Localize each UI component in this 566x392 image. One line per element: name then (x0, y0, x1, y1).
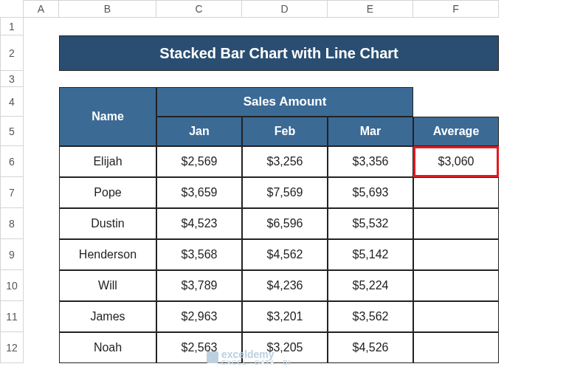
row-header-8[interactable]: 8 (0, 208, 24, 239)
cell-avg-5[interactable] (413, 301, 499, 332)
row-header-12[interactable]: 12 (0, 332, 24, 363)
cell-name-5[interactable]: James (59, 301, 156, 332)
cell-feb-2[interactable]: $6,596 (242, 208, 328, 239)
cell-B3[interactable] (59, 71, 156, 87)
title-banner[interactable]: Stacked Bar Chart with Line Chart (59, 35, 499, 71)
grid-corner[interactable] (0, 0, 24, 18)
cell-A2[interactable] (24, 35, 59, 71)
cell-C3[interactable] (156, 71, 242, 87)
cell-jan-4[interactable]: $3,789 (156, 270, 242, 301)
col-header-A[interactable]: A (24, 0, 59, 18)
row-header-2[interactable]: 2 (0, 35, 24, 71)
cell-A12[interactable] (24, 332, 59, 363)
cell-F4[interactable] (413, 87, 499, 117)
header-mar[interactable]: Mar (328, 117, 413, 146)
row-header-11[interactable]: 11 (0, 301, 24, 332)
header-sales-amount[interactable]: Sales Amount (156, 87, 413, 117)
cell-avg-1[interactable] (413, 177, 499, 208)
cell-feb-4[interactable]: $4,236 (242, 270, 328, 301)
cell-D3[interactable] (242, 71, 328, 87)
cell-name-6[interactable]: Noah (59, 332, 156, 363)
cell-jan-2[interactable]: $4,523 (156, 208, 242, 239)
cell-feb-1[interactable]: $7,569 (242, 177, 328, 208)
header-average[interactable]: Average (413, 117, 499, 146)
cell-jan-6[interactable]: $2,563 (156, 332, 242, 363)
cell-name-4[interactable]: Will (59, 270, 156, 301)
header-jan[interactable]: Jan (156, 117, 242, 146)
cell-mar-5[interactable]: $3,562 (328, 301, 413, 332)
cell-mar-2[interactable]: $5,532 (328, 208, 413, 239)
row-header-10[interactable]: 10 (0, 270, 24, 301)
cell-avg-6[interactable] (413, 332, 499, 363)
cell-A1[interactable] (24, 18, 59, 35)
row-header-3[interactable]: 3 (0, 71, 24, 87)
row-header-9[interactable]: 9 (0, 239, 24, 270)
col-header-B[interactable]: B (59, 0, 156, 18)
cell-F1[interactable] (413, 18, 499, 35)
header-feb[interactable]: Feb (242, 117, 328, 146)
cell-jan-5[interactable]: $2,963 (156, 301, 242, 332)
cell-A3[interactable] (24, 71, 59, 87)
cell-C1[interactable] (156, 18, 242, 35)
col-header-C[interactable]: C (156, 0, 242, 18)
cell-E3[interactable] (328, 71, 413, 87)
cell-mar-1[interactable]: $5,693 (328, 177, 413, 208)
cell-A5[interactable] (24, 117, 59, 146)
cell-A9[interactable] (24, 239, 59, 270)
cell-A6[interactable] (24, 146, 59, 177)
cell-A11[interactable] (24, 301, 59, 332)
cell-name-3[interactable]: Henderson (59, 239, 156, 270)
cell-avg-0-highlight[interactable]: $3,060 (413, 146, 499, 177)
cell-name-1[interactable]: Pope (59, 177, 156, 208)
cell-A10[interactable] (24, 270, 59, 301)
cell-feb-3[interactable]: $4,562 (242, 239, 328, 270)
cell-mar-0[interactable]: $3,356 (328, 146, 413, 177)
row-header-7[interactable]: 7 (0, 177, 24, 208)
cell-avg-4[interactable] (413, 270, 499, 301)
col-header-D[interactable]: D (242, 0, 328, 18)
cell-avg-3[interactable] (413, 239, 499, 270)
cell-jan-1[interactable]: $3,659 (156, 177, 242, 208)
cell-name-2[interactable]: Dustin (59, 208, 156, 239)
cell-E1[interactable] (328, 18, 413, 35)
row-header-1[interactable]: 1 (0, 18, 24, 35)
cell-A4[interactable] (24, 87, 59, 117)
spreadsheet-grid: A B C D E F 1 2 Stacked Bar Chart with L… (0, 0, 499, 363)
cell-F3[interactable] (413, 71, 499, 87)
cell-feb-6[interactable]: $3,205 (242, 332, 328, 363)
cell-avg-2[interactable] (413, 208, 499, 239)
header-name[interactable]: Name (59, 87, 156, 146)
cell-A8[interactable] (24, 208, 59, 239)
row-header-5[interactable]: 5 (0, 117, 24, 146)
cell-feb-0[interactable]: $3,256 (242, 146, 328, 177)
cell-jan-0[interactable]: $2,569 (156, 146, 242, 177)
col-header-F[interactable]: F (413, 0, 499, 18)
cell-mar-3[interactable]: $5,142 (328, 239, 413, 270)
col-header-E[interactable]: E (328, 0, 413, 18)
cell-D1[interactable] (242, 18, 328, 35)
row-header-4[interactable]: 4 (0, 87, 24, 117)
cell-mar-4[interactable]: $5,224 (328, 270, 413, 301)
cell-B1[interactable] (59, 18, 156, 35)
cell-mar-6[interactable]: $4,526 (328, 332, 413, 363)
cell-name-0[interactable]: Elijah (59, 146, 156, 177)
cell-A7[interactable] (24, 177, 59, 208)
cell-jan-3[interactable]: $3,568 (156, 239, 242, 270)
cell-feb-5[interactable]: $3,201 (242, 301, 328, 332)
row-header-6[interactable]: 6 (0, 146, 24, 177)
